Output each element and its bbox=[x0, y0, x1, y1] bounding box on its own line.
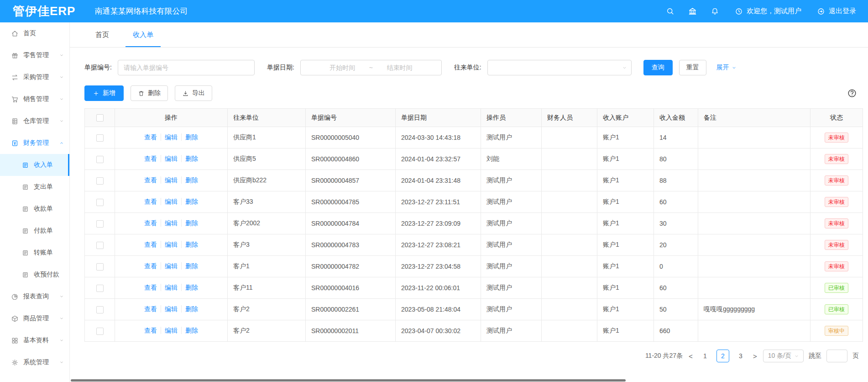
edit-link[interactable]: 编辑 bbox=[161, 198, 181, 205]
bell-icon[interactable] bbox=[711, 7, 719, 16]
cell-remark bbox=[698, 213, 810, 234]
sidebar-item-transfer-doc[interactable]: 转账单 bbox=[0, 242, 69, 264]
sidebar-item-retail-mgmt[interactable]: 零售管理 bbox=[0, 44, 69, 66]
edit-link[interactable]: 编辑 bbox=[161, 305, 181, 313]
delete-link[interactable]: 删除 bbox=[181, 198, 202, 205]
sidebar-item-label: 零售管理 bbox=[23, 51, 49, 59]
page-size-select[interactable]: 10 条/页 bbox=[763, 350, 804, 362]
edit-link[interactable]: 编辑 bbox=[161, 241, 181, 248]
cell-remark bbox=[698, 256, 810, 277]
row-checkbox[interactable] bbox=[96, 134, 104, 142]
doc-icon bbox=[21, 161, 29, 169]
chevron-down-icon bbox=[794, 353, 800, 359]
table-row: 查看编辑删除 供应商5 SR00000004860 2024-01-04 23:… bbox=[85, 149, 863, 170]
edit-link[interactable]: 编辑 bbox=[161, 262, 181, 270]
sidebar-item-receipt-doc[interactable]: 收款单 bbox=[0, 198, 69, 220]
edit-link[interactable]: 编辑 bbox=[161, 176, 181, 184]
sidebar-item-report-query[interactable]: 报表查询 bbox=[0, 286, 69, 308]
view-link[interactable]: 查看 bbox=[141, 219, 161, 227]
sidebar-item-sales-mgmt[interactable]: 销售管理 bbox=[0, 88, 69, 110]
next-page-button[interactable]: > bbox=[752, 352, 758, 360]
delete-link[interactable]: 删除 bbox=[181, 155, 202, 162]
sidebar-item-home[interactable]: 首页 bbox=[0, 22, 69, 44]
row-checkbox[interactable] bbox=[96, 263, 104, 271]
edit-link[interactable]: 编辑 bbox=[161, 327, 181, 334]
row-checkbox[interactable] bbox=[96, 156, 104, 163]
tab-income-doc[interactable]: 收入单 bbox=[121, 22, 165, 47]
prev-page-button[interactable]: < bbox=[688, 352, 694, 360]
delete-link[interactable]: 删除 bbox=[181, 262, 202, 270]
cell-operator: 测试用户 bbox=[481, 170, 542, 191]
sidebar-item-finance-mgmt[interactable]: 财务管理 bbox=[0, 132, 69, 154]
logout-button[interactable]: 退出登录 bbox=[817, 7, 856, 16]
row-checkbox[interactable] bbox=[96, 177, 104, 185]
date-range-picker[interactable]: ~ bbox=[300, 60, 442, 75]
reset-button[interactable]: 重置 bbox=[679, 60, 706, 75]
doc-no-label: 单据编号: bbox=[84, 64, 112, 72]
sidebar-item-basic-data[interactable]: 基本资料 bbox=[0, 329, 69, 351]
date-start-input[interactable] bbox=[319, 64, 366, 71]
row-checkbox[interactable] bbox=[96, 242, 104, 249]
delete-link[interactable]: 删除 bbox=[181, 327, 202, 334]
view-link[interactable]: 查看 bbox=[141, 327, 161, 334]
question-circle-icon[interactable] bbox=[847, 88, 857, 98]
view-link[interactable]: 查看 bbox=[141, 241, 161, 248]
view-link[interactable]: 查看 bbox=[141, 133, 161, 141]
cell-finance-staff bbox=[542, 277, 597, 299]
sidebar-item-income-doc[interactable]: 收入单 bbox=[0, 154, 69, 176]
row-checkbox[interactable] bbox=[96, 328, 104, 335]
horizontal-scrollbar[interactable] bbox=[71, 379, 626, 382]
sidebar-item-goods-mgmt[interactable]: 商品管理 bbox=[0, 308, 69, 329]
edit-link[interactable]: 编辑 bbox=[161, 133, 181, 141]
edit-link[interactable]: 编辑 bbox=[161, 155, 181, 162]
cell-date: 2023-05-08 21:48:04 bbox=[396, 299, 481, 320]
delete-link[interactable]: 删除 bbox=[181, 133, 202, 141]
partner-select[interactable] bbox=[487, 60, 632, 75]
row-checkbox[interactable] bbox=[96, 199, 104, 206]
sidebar-item-payment-doc[interactable]: 付款单 bbox=[0, 220, 69, 242]
doc-no-input[interactable] bbox=[118, 60, 255, 75]
status-badge: 未审核 bbox=[825, 197, 848, 207]
view-link[interactable]: 查看 bbox=[141, 284, 161, 291]
export-button[interactable]: 导出 bbox=[175, 85, 212, 101]
view-link[interactable]: 查看 bbox=[141, 305, 161, 313]
view-link[interactable]: 查看 bbox=[141, 155, 161, 162]
welcome-user[interactable]: 欢迎您，测试用户 bbox=[735, 7, 801, 16]
delete-link[interactable]: 删除 bbox=[181, 305, 202, 313]
page-3-button[interactable]: 3 bbox=[734, 350, 747, 362]
date-end-input[interactable] bbox=[376, 64, 424, 71]
delete-link[interactable]: 删除 bbox=[181, 219, 202, 227]
page-1-button[interactable]: 1 bbox=[699, 350, 711, 362]
row-checkbox[interactable] bbox=[96, 306, 104, 313]
cell-operator: 测试用户 bbox=[481, 277, 542, 299]
sidebar-item-expense-doc[interactable]: 支出单 bbox=[0, 176, 69, 198]
cell-remark bbox=[698, 170, 810, 191]
chevron-down-icon bbox=[59, 360, 64, 365]
view-link[interactable]: 查看 bbox=[141, 198, 161, 205]
cell-amount: 60 bbox=[654, 191, 698, 213]
edit-link[interactable]: 编辑 bbox=[161, 284, 181, 291]
page-2-button[interactable]: 2 bbox=[716, 350, 729, 362]
row-checkbox[interactable] bbox=[96, 220, 104, 228]
bank-icon[interactable] bbox=[688, 7, 697, 16]
search-icon[interactable] bbox=[666, 7, 675, 16]
sidebar-item-purchase-mgmt[interactable]: 采购管理 bbox=[0, 66, 69, 88]
sidebar-item-system-mgmt[interactable]: 系统管理 bbox=[0, 351, 69, 373]
row-checkbox[interactable] bbox=[96, 285, 104, 292]
sidebar-item-advance-doc[interactable]: 收预付款 bbox=[0, 264, 69, 286]
expand-link[interactable]: 展开 bbox=[716, 64, 737, 72]
select-all-checkbox[interactable] bbox=[96, 114, 104, 122]
search-button[interactable]: 查询 bbox=[643, 60, 673, 75]
view-link[interactable]: 查看 bbox=[141, 176, 161, 184]
delete-link[interactable]: 删除 bbox=[181, 176, 202, 184]
delete-link[interactable]: 删除 bbox=[181, 241, 202, 248]
delete-button[interactable]: 删除 bbox=[131, 85, 168, 101]
delete-link[interactable]: 删除 bbox=[181, 284, 202, 291]
view-link[interactable]: 查看 bbox=[141, 262, 161, 270]
sidebar-item-warehouse-mgmt[interactable]: 仓库管理 bbox=[0, 110, 69, 132]
cell-account: 账户1 bbox=[597, 320, 654, 342]
edit-link[interactable]: 编辑 bbox=[161, 219, 181, 227]
add-button[interactable]: 新增 bbox=[84, 85, 124, 101]
tab-home[interactable]: 首页 bbox=[84, 22, 121, 47]
jump-page-input[interactable] bbox=[826, 350, 847, 362]
